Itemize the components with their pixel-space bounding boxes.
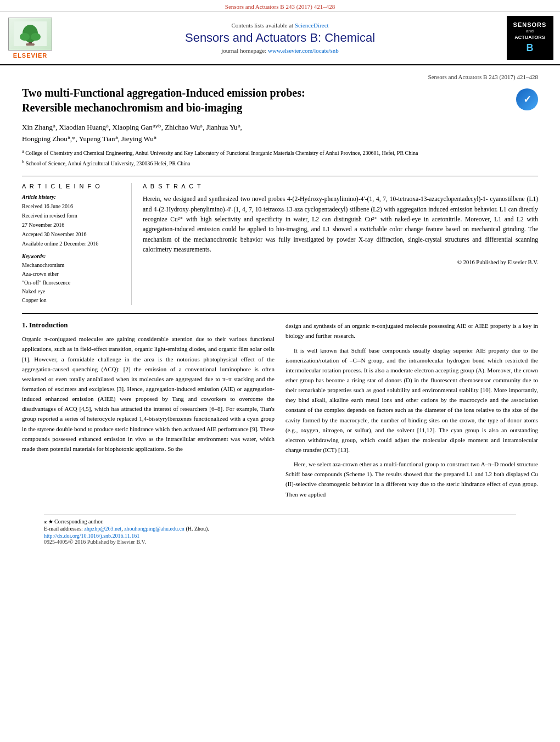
main-left-column: 1. Introduction Organic π-conjugated mol…	[22, 321, 275, 503]
email-footnote: E-mail addresses: zhpzhp@263.net, zhouho…	[44, 526, 516, 532]
article-title: Two multi-Functional aggregation-Induced…	[22, 86, 511, 115]
svg-point-4	[31, 33, 41, 41]
intro-title: Introduction	[29, 321, 68, 329]
elsevier-logo-section: ELSEVIER	[5, 16, 55, 60]
main-article-columns: 1. Introduction Organic π-conjugated mol…	[22, 313, 538, 503]
journal-title-area: Contents lists available at ScienceDirec…	[60, 16, 500, 60]
star-icon: ⁎	[44, 518, 47, 525]
license-text: 0925-4005/© 2016 Published by Elsevier B…	[44, 539, 516, 545]
crossmark-symbol: ✓	[523, 93, 531, 105]
history-label: Article history:	[22, 194, 123, 200]
article-info-column: A R T I C L E I N F O Article history: R…	[22, 183, 132, 305]
title-line1: Two multi-Functional aggregation-Induced…	[22, 87, 305, 99]
article-info-heading: A R T I C L E I N F O	[22, 183, 123, 189]
keyword-copper: Copper ion	[22, 296, 123, 305]
intro-number: 1.	[22, 321, 27, 329]
sensors-text: SENSORS	[513, 21, 547, 29]
article-doi: Sensors and Actuators B 243 (2017) 421–4…	[22, 74, 538, 80]
contents-line: Contents lists available at ScienceDirec…	[231, 22, 328, 29]
affil-sup-b: b	[22, 159, 24, 164]
accepted-date: Accepted 30 November 2016	[22, 230, 123, 238]
actuators-text: ACTUATORS	[514, 35, 545, 41]
corresponding-text: ★ Corresponding author.	[48, 518, 104, 525]
article-body: Sensors and Actuators B 243 (2017) 421–4…	[0, 65, 560, 553]
doi-link[interactable]: http://dx.doi.org/10.1016/j.snb.2016.11.…	[44, 533, 516, 539]
intro-right-para-3: Here, we select aza-crown ether as a mul…	[285, 459, 538, 499]
corresponding-note: ⁎ ★ Corresponding author.	[44, 518, 516, 525]
intro-right-para-2: It is well known that Schiff base compou…	[285, 345, 538, 455]
affil-sup-a: a	[22, 149, 24, 154]
abstract-column: A B S T R A C T Herein, we designed and …	[143, 183, 538, 305]
authors-line2: Hongping Zhouᵃ,*, Yupeng Tianᵃ, Jieying …	[22, 135, 156, 143]
sensors-logo-box: SENSORS and ACTUATORS B	[507, 16, 553, 60]
affiliation-a: a College of Chemistry and Chemical Engi…	[22, 148, 538, 157]
authors: Xin Zhangᵃ, Xiaodian Huangᵃ, Xiaoping Ga…	[22, 122, 538, 145]
email-label: E-mail addresses:	[44, 526, 83, 532]
citation-text: Sensors and Actuators B 243 (2017) 421–4…	[225, 3, 335, 10]
intro-para-1: Organic π-conjugated molecules are gaini…	[22, 334, 275, 454]
abstract-heading: A B S T R A C T	[143, 183, 538, 189]
keyword-naked-eye: Naked eye	[22, 287, 123, 296]
keyword-fluorescence: "On-off" fluorescence	[22, 278, 123, 287]
keywords-label: Keywords:	[22, 253, 123, 259]
email-note: (H. Zhou).	[186, 526, 209, 532]
keyword-aza-crown: Aza-crown ether	[22, 270, 123, 278]
keyword-mechanochromism: Mechanochromism	[22, 261, 123, 270]
abstract-text: Herein, we designed and synthesized two …	[143, 194, 538, 267]
homepage-prefix: journal homepage:	[221, 47, 266, 54]
revised-label: Received in revised form	[22, 211, 123, 220]
intro-right-body: design and synthesis of an organic π-con…	[285, 321, 538, 499]
email2[interactable]: zhouhongping@ahu.edu.cn	[124, 526, 184, 532]
affiliation-b: b School of Science, Anhui Agricultural …	[22, 159, 538, 168]
title-line2: Reversible mechanochromism and bio-imagi…	[22, 102, 242, 114]
contents-prefix: Contents lists available at	[231, 22, 293, 29]
homepage-url[interactable]: www.elsevier.com/locate/snb	[268, 47, 339, 54]
available-date: Available online 2 December 2016	[22, 239, 123, 248]
sciencedirect-link[interactable]: ScienceDirect	[295, 22, 329, 29]
elsevier-label: ELSEVIER	[13, 52, 47, 59]
title-section: Two multi-Functional aggregation-Induced…	[22, 86, 538, 115]
elsevier-tree-logo	[8, 18, 52, 51]
journal-homepage: journal homepage: www.elsevier.com/locat…	[221, 47, 339, 54]
sensors-b-label: B	[527, 42, 534, 54]
affil-text-b: School of Science, Anhui Agricultural Un…	[26, 160, 191, 166]
intro-right-para-1: design and synthesis of an organic π-con…	[285, 321, 538, 341]
revised-date: 27 November 2016	[22, 221, 123, 229]
journal-header: ELSEVIER Contents lists available at Sci…	[0, 12, 560, 65]
affil-text-a: College of Chemistry and Chemical Engine…	[25, 150, 418, 156]
intro-body: Organic π-conjugated molecules are gaini…	[22, 334, 275, 454]
authors-line1: Xin Zhangᵃ, Xiaodian Huangᵃ, Xiaoping Ga…	[22, 123, 242, 131]
sensors-logo-section: SENSORS and ACTUATORS B	[505, 16, 555, 60]
copyright-line: © 2016 Published by Elsevier B.V.	[143, 258, 538, 267]
svg-rect-5	[26, 43, 35, 46]
intro-heading: 1. Introduction	[22, 321, 275, 330]
svg-point-3	[20, 33, 30, 41]
article-footer: ⁎ ★ Corresponding author. E-mail address…	[44, 515, 516, 545]
main-right-column: design and synthesis of an organic π-con…	[285, 321, 538, 503]
journal-main-title: Sensors and Actuators B: Chemical	[185, 31, 375, 45]
top-citation-bar: Sensors and Actuators B 243 (2017) 421–4…	[0, 0, 560, 12]
email1[interactable]: zhpzhp@263.net	[84, 526, 121, 532]
page: Sensors and Actuators B 243 (2017) 421–4…	[0, 0, 560, 553]
received-date: Received 16 June 2016	[22, 202, 123, 210]
sensors-and-text: and	[526, 29, 534, 34]
keywords-section: Keywords: Mechanochromism Aza-crown ethe…	[22, 253, 123, 305]
abstract-paragraph: Herein, we designed and synthesized two …	[143, 194, 538, 254]
crossmark-logo[interactable]: ✓	[516, 88, 538, 110]
affiliations: a College of Chemistry and Chemical Engi…	[22, 148, 538, 168]
info-abstract-section: A R T I C L E I N F O Article history: R…	[22, 176, 538, 305]
